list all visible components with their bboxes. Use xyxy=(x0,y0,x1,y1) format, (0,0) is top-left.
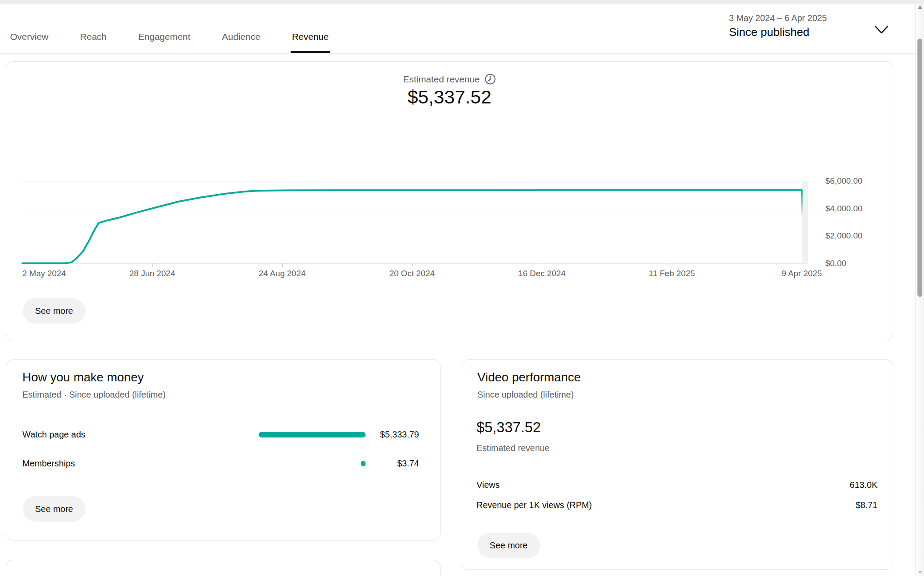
money-see-more-button[interactable]: See more xyxy=(23,496,85,522)
chevron-down-icon[interactable] xyxy=(874,25,889,35)
performance-card-subtitle: Since uploaded (lifetime) xyxy=(477,390,574,400)
y-tick-label: $2,000.00 xyxy=(825,231,863,241)
next-card-partial xyxy=(6,560,441,576)
x-tick-label: 20 Oct 2024 xyxy=(389,269,435,278)
y-tick-label: $6,000.00 xyxy=(825,176,863,186)
x-tick-label: 9 Apr 2025 xyxy=(782,269,822,278)
x-tick-mark xyxy=(802,263,802,267)
performance-row-value: $8.71 xyxy=(856,500,878,510)
y-tick-label: $0.00 xyxy=(825,259,846,268)
tab-reach[interactable]: Reach xyxy=(80,4,107,53)
latest-period-highlight xyxy=(802,181,808,263)
revenue-see-more-button[interactable]: See more xyxy=(23,298,85,324)
x-tick-label: 2 May 2024 xyxy=(22,269,66,278)
x-tick-mark xyxy=(152,263,153,267)
x-tick-label: 28 Jun 2024 xyxy=(129,269,175,278)
scrollbar-up-arrow-icon[interactable] xyxy=(918,5,922,9)
money-row-value: $3.74 xyxy=(375,459,419,469)
x-tick-mark xyxy=(672,263,672,267)
revenue-chart-plot[interactable] xyxy=(22,181,802,263)
money-row[interactable]: Watch page ads$5,333.79 xyxy=(22,426,419,443)
analytics-header: OverviewReachEngagementAudienceRevenue 3… xyxy=(0,4,915,53)
scrollbar-down-arrow-icon[interactable] xyxy=(918,571,922,574)
money-card-subtitle: Estimated · Since uploaded (lifetime) xyxy=(22,390,166,400)
y-axis-labels: $6,000.00$4,000.00$2,000.00$0.00 xyxy=(825,181,891,263)
money-rows: Watch page ads$5,333.79Memberships$3.74 xyxy=(22,426,419,484)
y-tick-label: $4,000.00 xyxy=(825,204,863,213)
performance-rows: Views613.0KRevenue per 1K views (RPM)$8.… xyxy=(476,475,878,515)
money-row-bar-area xyxy=(234,461,366,466)
x-tick-mark xyxy=(282,263,283,267)
money-row-value: $5,333.79 xyxy=(375,430,419,440)
video-performance-card: Video performance Since uploaded (lifeti… xyxy=(461,359,893,570)
x-tick-mark xyxy=(412,263,412,267)
money-row-bar xyxy=(361,461,366,466)
tab-engagement[interactable]: Engagement xyxy=(138,4,190,53)
tab-overview[interactable]: Overview xyxy=(10,4,49,53)
performance-row[interactable]: Revenue per 1K views (RPM)$8.71 xyxy=(476,495,878,515)
date-range-text: 3 May 2024 – 6 Apr 2025 xyxy=(729,12,904,24)
vertical-scrollbar[interactable] xyxy=(915,0,924,576)
revenue-line xyxy=(22,190,802,263)
money-row-label: Memberships xyxy=(22,459,234,469)
tab-revenue[interactable]: Revenue xyxy=(292,4,329,53)
metric-label: Estimated revenue xyxy=(403,74,480,85)
money-row-label: Watch page ads xyxy=(22,430,234,440)
page-top-strip xyxy=(0,0,924,4)
money-row[interactable]: Memberships$3.74 xyxy=(22,455,419,472)
performance-card-title: Video performance xyxy=(477,370,581,384)
performance-primary-value: $5,337.52 xyxy=(476,419,541,436)
tab-bar: OverviewReachEngagementAudienceRevenue xyxy=(10,4,329,53)
performance-row-value: 613.0K xyxy=(850,480,878,490)
how-you-make-money-card: How you make money Estimated · Since upl… xyxy=(6,359,441,540)
performance-see-more-button[interactable]: See more xyxy=(477,533,540,558)
x-tick-label: 11 Feb 2025 xyxy=(649,269,695,278)
performance-row-label: Revenue per 1K views (RPM) xyxy=(476,500,592,510)
revenue-line-chart xyxy=(22,181,802,263)
clock-icon xyxy=(484,73,496,85)
metric-header: Estimated revenue xyxy=(6,73,893,85)
estimated-revenue-card: Estimated revenue $5,337.52 $6,000.00$4,… xyxy=(6,61,893,340)
x-tick-label: 24 Aug 2024 xyxy=(259,269,306,278)
x-tick-mark xyxy=(542,263,542,267)
performance-primary-label: Estimated revenue xyxy=(476,443,550,453)
x-tick-label: 16 Dec 2024 xyxy=(518,269,565,278)
tab-audience[interactable]: Audience xyxy=(222,4,260,53)
line-end-drop xyxy=(801,190,803,217)
money-row-bar xyxy=(259,432,366,437)
performance-row-label: Views xyxy=(476,480,500,490)
x-axis-labels: 2 May 202428 Jun 202424 Aug 202420 Oct 2… xyxy=(22,269,802,282)
money-card-title: How you make money xyxy=(22,370,144,384)
performance-row[interactable]: Views613.0K xyxy=(476,475,878,495)
scrollbar-thumb[interactable] xyxy=(917,39,922,297)
money-row-bar-area xyxy=(234,432,366,437)
metric-value: $5,337.52 xyxy=(6,86,893,108)
